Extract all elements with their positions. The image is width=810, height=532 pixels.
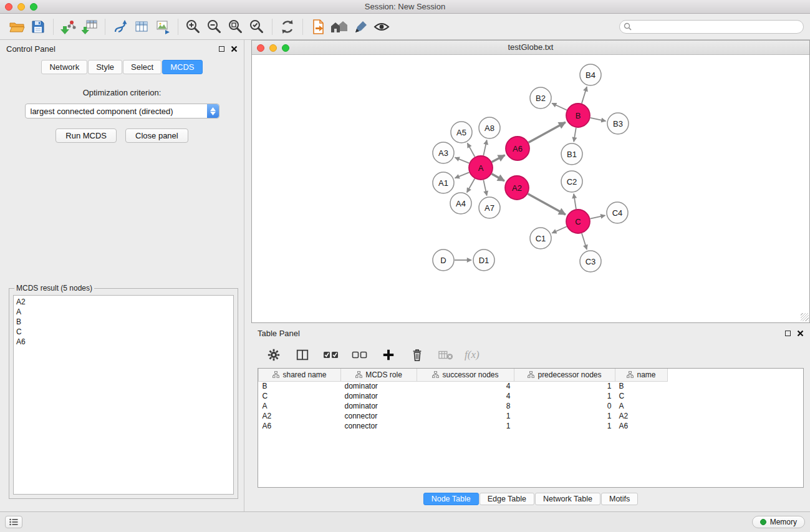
graph-node-D[interactable]: D <box>433 249 454 271</box>
table-cell[interactable]: A2 <box>259 411 341 421</box>
graph-node-C3[interactable]: C3 <box>580 251 601 272</box>
graph-edge-A-A4[interactable] <box>467 178 475 192</box>
graph-edge-A-A8[interactable] <box>483 140 486 156</box>
table-cell[interactable]: C <box>259 391 341 401</box>
add-column-button[interactable] <box>378 345 398 365</box>
result-item[interactable]: A2 <box>16 297 231 307</box>
style-brush-button[interactable] <box>350 17 371 37</box>
close-panel-button[interactable]: Close panel <box>125 128 188 143</box>
table-cell[interactable]: 1 <box>514 411 615 421</box>
zoom-fit-button[interactable] <box>225 17 246 37</box>
table-cell[interactable]: dominator <box>341 391 417 401</box>
table-cell[interactable]: C <box>615 391 668 401</box>
network-canvas[interactable]: B4B2BB3A8A5A6A3B1AC2A1A2A4A7C4CC1DD1C3 <box>252 55 809 322</box>
network-graph[interactable]: B4B2BB3A8A5A6A3B1AC2A1A2A4A7C4CC1DD1C3 <box>252 55 809 322</box>
table-cell[interactable]: dominator <box>341 401 417 411</box>
graph-node-C[interactable]: C <box>566 210 590 233</box>
search-input[interactable] <box>619 20 804 34</box>
memory-button[interactable]: Memory <box>752 516 805 528</box>
show-columns-button[interactable] <box>292 345 312 365</box>
graph-node-A2[interactable]: A2 <box>505 176 529 200</box>
graph-edge-A-A5[interactable] <box>468 143 475 157</box>
zoom-selected-button[interactable] <box>246 17 268 37</box>
column-header-name[interactable]: name <box>615 369 668 381</box>
zoom-in-button[interactable] <box>183 17 204 37</box>
table-cell[interactable]: 1 <box>417 411 514 421</box>
table-cell[interactable]: 1 <box>514 421 615 431</box>
table-cell[interactable]: 8 <box>417 401 514 411</box>
graph-node-A[interactable]: A <box>469 156 493 180</box>
apply-layout-button[interactable] <box>110 17 131 37</box>
graph-edge-C-C2[interactable] <box>574 194 576 209</box>
graph-edge-A2-C[interactable] <box>528 194 566 215</box>
float-panel-icon[interactable] <box>219 46 224 52</box>
float-panel-icon[interactable] <box>785 331 791 336</box>
deselect-all-rows-button[interactable] <box>350 345 370 365</box>
tab-mcds[interactable]: MCDS <box>162 60 202 74</box>
table-cell[interactable]: A6 <box>259 421 341 431</box>
table-cell[interactable]: 4 <box>417 391 514 401</box>
close-panel-icon[interactable] <box>797 330 804 337</box>
export-image-button[interactable] <box>152 17 173 37</box>
table-cell[interactable]: B <box>259 381 341 391</box>
graph-node-B1[interactable]: B1 <box>561 143 582 165</box>
graph-edge-B-B3[interactable] <box>591 118 606 121</box>
tab-motifs[interactable]: Motifs <box>601 493 638 505</box>
tab-select[interactable]: Select <box>123 60 162 74</box>
network-close-button[interactable] <box>257 44 264 52</box>
column-header-shared-name[interactable]: shared name <box>259 369 341 381</box>
graph-node-C2[interactable]: C2 <box>561 171 582 192</box>
tab-network[interactable]: Network <box>41 60 87 74</box>
graph-node-A1[interactable]: A1 <box>433 172 454 193</box>
open-session-file-button[interactable] <box>307 17 329 37</box>
column-header-successor-nodes[interactable]: successor nodes <box>417 369 514 381</box>
show-hide-button[interactable] <box>371 17 392 37</box>
table-cell[interactable]: A6 <box>615 421 668 431</box>
table-cell[interactable]: 4 <box>417 381 514 391</box>
optimization-criterion-select[interactable]: largest connected component (directed) <box>25 104 219 118</box>
table-cell[interactable]: 0 <box>514 401 615 411</box>
graph-node-B2[interactable]: B2 <box>530 87 551 109</box>
graph-edge-B-B2[interactable] <box>552 103 567 110</box>
graph-edge-A-A2[interactable] <box>492 174 504 181</box>
table-cell[interactable]: dominator <box>341 381 417 391</box>
graph-edge-A-A3[interactable] <box>455 157 470 163</box>
graph-edge-C-C1[interactable] <box>552 226 567 233</box>
table-cell[interactable]: connector <box>341 411 417 421</box>
save-session-button[interactable] <box>27 17 49 37</box>
table-cell[interactable]: A <box>615 401 668 411</box>
table-cell[interactable]: 1 <box>417 421 514 431</box>
table-row[interactable]: Bdominator41B <box>259 381 668 391</box>
result-item[interactable]: A <box>16 307 231 317</box>
graph-edge-A-A6[interactable] <box>492 155 505 162</box>
graph-edge-A6-B[interactable] <box>529 122 566 142</box>
graph-node-B4[interactable]: B4 <box>580 64 601 85</box>
minimize-window-button[interactable] <box>17 3 25 11</box>
zoom-window-button[interactable] <box>30 3 37 11</box>
table-cell[interactable]: B <box>615 381 668 391</box>
graph-edge-B-B4[interactable] <box>582 87 587 104</box>
run-mcds-button[interactable]: Run MCDS <box>55 128 117 143</box>
select-all-rows-button[interactable] <box>321 345 341 365</box>
graph-edge-B-B1[interactable] <box>574 128 576 142</box>
graph-node-C4[interactable]: C4 <box>607 202 628 223</box>
network-minimize-button[interactable] <box>269 44 277 52</box>
function-builder-button[interactable]: f(x) <box>465 345 480 365</box>
graph-edge-C-C4[interactable] <box>591 215 605 218</box>
column-header-mcds-role[interactable]: MCDS role <box>341 369 417 381</box>
table-row[interactable]: Cdominator41C <box>259 391 668 401</box>
close-window-button[interactable] <box>5 3 12 11</box>
result-item[interactable]: C <box>16 327 231 337</box>
table-cell[interactable]: 1 <box>514 391 615 401</box>
tab-edge-table[interactable]: Edge Table <box>480 493 534 505</box>
task-history-button[interactable] <box>5 516 22 528</box>
graph-edge-C-C3[interactable] <box>582 233 587 249</box>
table-cell[interactable]: 1 <box>514 381 615 391</box>
network-from-table-button[interactable] <box>131 17 152 37</box>
table-cell[interactable]: A <box>259 401 341 411</box>
graph-node-A7[interactable]: A7 <box>479 197 500 218</box>
close-panel-icon[interactable] <box>231 46 238 52</box>
graph-edge-A-A1[interactable] <box>455 172 470 178</box>
table-row[interactable]: A2connector11A2 <box>259 411 668 421</box>
graph-node-A5[interactable]: A5 <box>451 122 472 143</box>
